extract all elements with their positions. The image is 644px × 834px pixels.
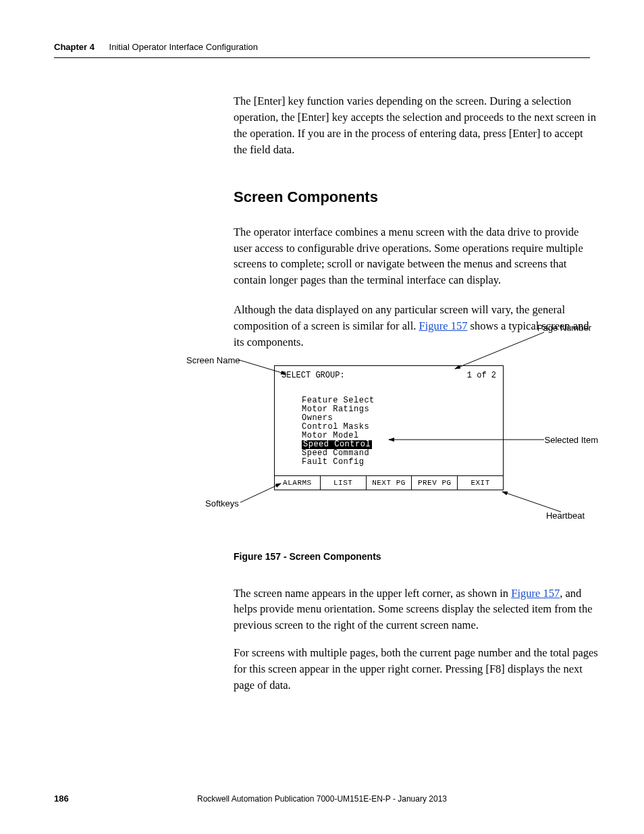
chapter-label: Chapter 4 [54,42,95,52]
chapter-title: Initial Operator Interface Configuration [109,42,258,52]
paragraph: The [Enter] key function varies dependin… [234,93,598,158]
paragraph: The operator interface combines a menu s… [234,224,598,289]
softkey: LIST [320,475,367,490]
terminal-page: 1 of 2 [467,371,496,380]
publication-footer: Rockwell Automation Publication 7000-UM1… [0,794,644,804]
svg-line-0 [455,332,544,369]
after-figure-content: The screen name appears in the upper lef… [234,574,598,704]
callout-screen-name: Screen Name [186,355,240,365]
terminal-menu: Feature Select Motor Ratings Owners Cont… [302,396,496,467]
callout-heartbeat: Heartbeat [546,511,585,521]
paragraph: For screens with multiple pages, both th… [234,645,598,694]
header-rule [54,57,590,58]
terminal-screen: SELECT GROUP: 1 of 2 Feature Select Moto… [274,365,504,490]
softkey: PREV PG [411,475,458,490]
callout-selected-item: Selected Item [545,435,599,445]
running-header: Chapter 4 Initial Operator Interface Con… [54,42,258,52]
menu-item: Fault Config [302,458,496,467]
figure-caption: Figure 157 - Screen Components [234,551,381,562]
paragraph: The screen name appears in the upper lef… [234,585,598,634]
softkey-row: ALARMS LIST NEXT PG PREV PG EXIT [274,475,504,490]
callout-softkeys: Softkeys [205,498,239,509]
section-heading: Screen Components [234,186,598,208]
figure-link[interactable]: Figure 157 [511,587,560,600]
svg-line-4 [502,492,561,512]
softkey: ALARMS [274,475,321,490]
callout-page-number: Page Number [537,323,591,333]
softkey: EXIT [457,475,504,490]
figure-157: Page Number Screen Name Selected Item So… [186,321,598,531]
terminal-title: SELECT GROUP: [281,371,345,380]
softkey: NEXT PG [366,475,412,490]
